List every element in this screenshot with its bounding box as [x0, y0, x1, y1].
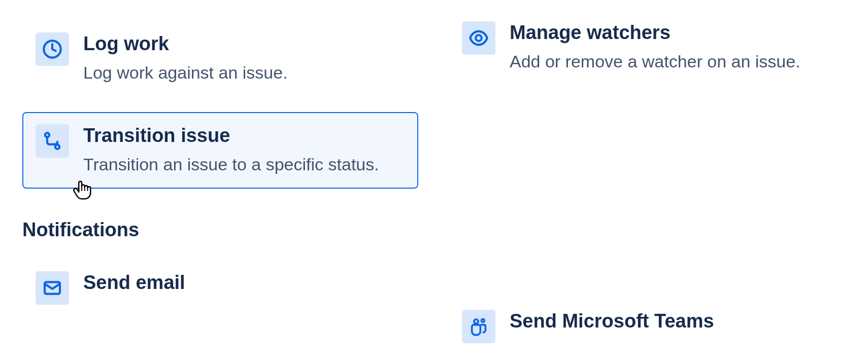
transition-issue-desc: Transition an issue to a specific status…: [83, 153, 405, 177]
send-email-title: Send email: [83, 271, 405, 295]
manage-watchers-desc: Add or remove a watcher on an issue.: [510, 50, 831, 74]
svg-point-7: [476, 35, 482, 41]
manage-watchers-title: Manage watchers: [510, 21, 831, 45]
manage-watchers-card[interactable]: Manage watchers Add or remove a watcher …: [449, 20, 845, 86]
notifications-heading: Notifications: [22, 219, 418, 241]
send-ms-teams-card[interactable]: Send Microsoft Teams: [449, 298, 845, 344]
send-ms-teams-title: Send Microsoft Teams: [510, 310, 831, 333]
transition-issue-title: Transition issue: [83, 124, 405, 148]
clock-icon: [36, 32, 69, 66]
svg-point-8: [474, 319, 478, 323]
send-email-text: Send email: [83, 271, 405, 305]
transition-issue-text: Transition issue Transition an issue to …: [83, 124, 405, 176]
log-work-card[interactable]: Log work Log work against an issue.: [22, 20, 418, 97]
ms-teams-icon: [462, 310, 495, 343]
eye-icon: [462, 21, 495, 55]
email-icon: [36, 271, 69, 305]
svg-point-9: [481, 319, 484, 322]
right-column: Manage watchers Add or remove a watcher …: [449, 20, 845, 344]
log-work-desc: Log work against an issue.: [83, 61, 405, 85]
left-column: Log work Log work against an issue. Tran…: [22, 20, 418, 344]
send-ms-teams-text: Send Microsoft Teams: [510, 310, 831, 343]
manage-watchers-text: Manage watchers Add or remove a watcher …: [510, 21, 831, 74]
send-email-card[interactable]: Send email: [22, 259, 418, 306]
transition-issue-card[interactable]: Transition issue Transition an issue to …: [22, 112, 418, 189]
transition-icon: [36, 124, 69, 158]
log-work-text: Log work Log work against an issue.: [83, 32, 405, 85]
log-work-title: Log work: [83, 32, 405, 56]
